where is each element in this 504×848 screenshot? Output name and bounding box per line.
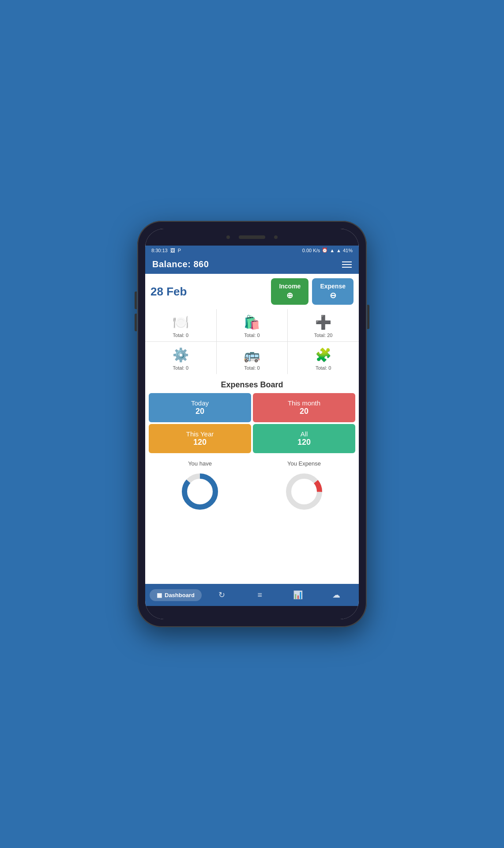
chart-bar-icon: 📊 [293,590,303,600]
menu-button[interactable] [342,261,352,268]
chart-nav-item[interactable]: 📊 [280,587,316,602]
this-month-value: 20 [300,407,308,416]
you-expense-chart: You Expense [253,457,355,517]
you-expense-label: You Expense [287,460,321,467]
other-total: Total: 0 [316,365,331,371]
balance-display: Balance: 860 [152,259,209,269]
you-have-donut [178,469,222,514]
cloud-nav-item[interactable]: ☁ [318,587,355,602]
income-label: Income [279,283,301,290]
status-bar: 8:30:13 🖼 P 0.00 K/s ⏰ ▲ ▲ 41% [145,246,359,255]
category-utilities[interactable]: ⚙️ Total: 0 [145,342,216,374]
income-icon: ⊕ [286,291,293,300]
status-gallery-icon: 🖼 [170,248,175,253]
expense-icon: ⊖ [330,291,336,300]
transport-icon: 🚌 [244,347,260,363]
you-expense-donut [282,469,326,514]
today-value: 20 [196,407,204,416]
category-shopping[interactable]: 🛍️ Total: 0 [217,309,288,341]
status-time: 8:30:13 [151,248,168,253]
dashboard-grid-icon: ▦ [157,592,162,598]
category-food[interactable]: 🍽️ Total: 0 [145,309,216,341]
refresh-nav-item[interactable]: ↻ [203,587,240,602]
status-p-icon: P [178,248,181,253]
all-value: 120 [297,438,311,447]
today-label: Today [191,399,209,407]
category-transport[interactable]: 🚌 Total: 0 [217,342,288,374]
speaker-grill [239,235,265,239]
shopping-total: Total: 0 [244,333,260,338]
category-health[interactable]: ➕ Total: 20 [288,309,359,341]
this-month-stat[interactable]: This month 20 [253,393,355,422]
transport-total: Total: 0 [244,365,260,371]
health-total: Total: 20 [314,333,333,338]
all-label: All [301,430,308,438]
action-buttons-group: Income ⊕ Expense ⊖ [271,278,354,305]
food-icon: 🍽️ [173,314,189,330]
status-speed: 0.00 K/s [302,248,320,253]
income-button[interactable]: Income ⊕ [271,278,308,305]
list-icon: ≡ [257,591,262,600]
date-actions-row: 28 Feb Income ⊕ Expense ⊖ [145,274,359,309]
category-grid: 🍽️ Total: 0 🛍️ Total: 0 ➕ Total: 20 ⚙️ T… [145,309,359,374]
current-date: 28 Feb [150,278,267,305]
camera-dot [226,235,230,239]
category-other[interactable]: 🧩 Total: 0 [288,342,359,374]
main-content: 28 Feb Income ⊕ Expense ⊖ 🍽️ Total: 0 [145,274,359,584]
status-wifi-icon: ▲ [330,248,335,253]
dashboard-label: Dashboard [165,592,195,598]
svg-point-2 [289,476,320,507]
status-alarm-icon: ⏰ [322,247,328,253]
refresh-icon: ↻ [218,590,225,600]
phone-top-hardware [145,229,359,246]
today-stat[interactable]: Today 20 [149,393,251,422]
stats-grid: Today 20 This month 20 This Year 120 All… [145,393,359,453]
this-year-label: This Year [186,430,214,438]
cloud-icon: ☁ [332,590,340,600]
you-have-chart: You have [149,457,251,517]
utilities-icon: ⚙️ [173,347,189,363]
other-icon: 🧩 [315,347,331,363]
expense-label: Expense [320,283,346,290]
this-month-label: This month [288,399,320,407]
all-stat[interactable]: All 120 [253,424,355,453]
sensor-dot [274,235,278,239]
list-nav-item[interactable]: ≡ [241,588,278,602]
expenses-board-title: Expenses Board [145,375,359,393]
expense-button[interactable]: Expense ⊖ [312,278,354,305]
you-have-label: You have [188,460,212,467]
health-icon: ➕ [315,314,331,330]
app-header: Balance: 860 [145,255,359,274]
phone-bottom-hardware [145,606,359,619]
food-total: Total: 0 [173,333,188,338]
shopping-icon: 🛍️ [244,314,260,330]
this-year-value: 120 [193,438,207,447]
charts-row: You have You Expense [145,453,359,521]
utilities-total: Total: 0 [173,365,188,371]
status-battery: 41% [343,248,353,253]
bottom-nav: ▦ Dashboard ↻ ≡ 📊 ☁ [145,584,359,606]
status-signal-icon: ▲ [336,248,341,253]
this-year-stat[interactable]: This Year 120 [149,424,251,453]
dashboard-nav-item[interactable]: ▦ Dashboard [150,589,202,601]
